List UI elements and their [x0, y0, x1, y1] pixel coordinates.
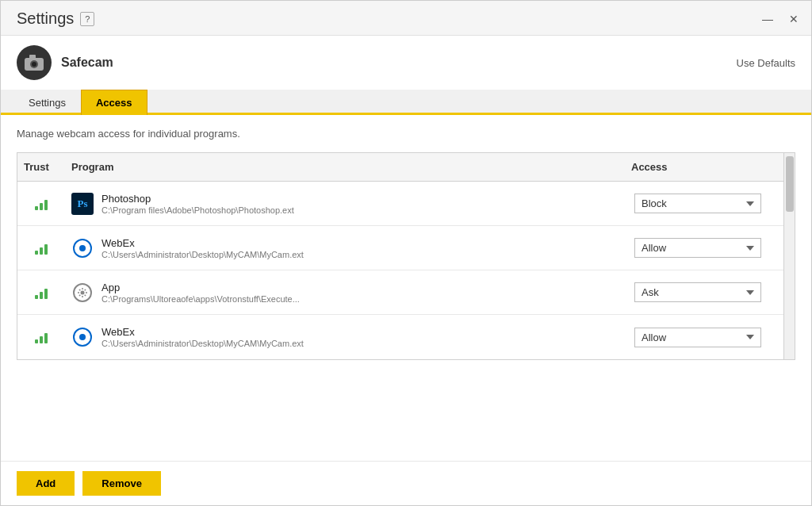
- prog-path: C:\Users\Administrator\Desktop\MyCAM\MyC…: [102, 339, 304, 348]
- cell-trust-webex2: [17, 324, 65, 350]
- prog-name: WebEx: [102, 237, 304, 249]
- scrollbar-track[interactable]: [783, 153, 795, 359]
- trust-bar-1: [35, 206, 38, 210]
- cell-program-app: App C:\Programs\Ultoreaofe\apps\Votronst…: [65, 275, 625, 310]
- prog-name: Photoshop: [102, 193, 294, 205]
- cell-access-webex2[interactable]: Block Allow Ask: [625, 321, 783, 354]
- table-body: Ps Photoshop C:\Program files\Adobe\Phot…: [17, 182, 795, 359]
- trust-bar-2: [40, 292, 43, 299]
- add-button[interactable]: Add: [17, 471, 75, 496]
- col-access: Access: [625, 158, 783, 176]
- access-select-photoshop[interactable]: Block Allow Ask: [634, 194, 761, 213]
- footer: Add Remove: [1, 461, 811, 505]
- trust-bar-2: [40, 203, 43, 210]
- trust-indicator: [35, 242, 48, 255]
- trust-bar-2: [40, 336, 43, 343]
- trust-indicator: [35, 331, 48, 343]
- remove-button[interactable]: Remove: [82, 471, 161, 496]
- titlebar-controls: — ✕: [759, 12, 802, 26]
- trust-bar-3: [44, 333, 48, 343]
- tab-settings[interactable]: Settings: [13, 90, 81, 115]
- trust-indicator: [35, 286, 48, 299]
- svg-point-4: [81, 290, 85, 294]
- trust-bar-1: [35, 251, 38, 255]
- trust-bar-3: [44, 289, 48, 299]
- cell-trust-app: [17, 280, 65, 305]
- prog-info-webex1: WebEx C:\Users\Administrator\Desktop\MyC…: [102, 237, 304, 259]
- prog-info-photoshop: Photoshop C:\Program files\Adobe\Photosh…: [102, 193, 294, 215]
- svg-point-2: [32, 62, 36, 67]
- table-row: WebEx C:\Users\Administrator\Desktop\MyC…: [17, 226, 795, 270]
- app-header: Safecam Use Defaults: [1, 36, 811, 90]
- cell-program-webex1: WebEx C:\Users\Administrator\Desktop\MyC…: [65, 231, 625, 266]
- access-select-webex1[interactable]: Block Allow Ask: [634, 238, 761, 258]
- prog-info-webex2: WebEx C:\Users\Administrator\Desktop\MyC…: [102, 326, 304, 348]
- table-row: App C:\Programs\Ultoreaofe\apps\Votronst…: [17, 270, 795, 315]
- cell-trust-webex1: [17, 236, 65, 261]
- tab-access[interactable]: Access: [81, 90, 147, 115]
- table-header: Trust Program Access: [17, 153, 795, 182]
- titlebar-left: Settings ?: [17, 10, 94, 28]
- svg-rect-3: [29, 55, 36, 59]
- camera-icon: [21, 52, 47, 74]
- trust-bar-3: [44, 200, 48, 210]
- settings-window: Settings ? — ✕ Safecam Use Defaults: [0, 0, 812, 506]
- tabs-bar: Settings Access: [1, 90, 811, 115]
- cell-program-photoshop: Ps Photoshop C:\Program files\Adobe\Phot…: [65, 186, 625, 221]
- cell-access-webex1[interactable]: Block Allow Ask: [625, 232, 783, 264]
- col-program: Program: [65, 158, 625, 176]
- app-name: Safecam: [61, 56, 113, 70]
- photoshop-icon: Ps: [71, 193, 94, 215]
- table-row: Ps Photoshop C:\Program files\Adobe\Phot…: [17, 182, 795, 226]
- cell-access-app[interactable]: Block Allow Ask: [625, 276, 783, 309]
- access-description: Manage webcam access for individual prog…: [17, 128, 795, 140]
- prog-info-app: App C:\Programs\Ultoreaofe\apps\Votronst…: [102, 282, 300, 304]
- trust-indicator: [35, 197, 48, 210]
- trust-bar-2: [40, 247, 43, 255]
- prog-path: C:\Users\Administrator\Desktop\MyCAM\MyC…: [102, 250, 304, 259]
- window-title: Settings: [17, 10, 74, 28]
- scrollbar-thumb[interactable]: [786, 156, 794, 212]
- cell-access-photoshop[interactable]: Block Allow Ask: [625, 187, 783, 220]
- close-button[interactable]: ✕: [786, 12, 802, 26]
- trust-bar-3: [44, 244, 48, 255]
- cell-trust-photoshop: [17, 191, 65, 217]
- prog-path: C:\Program files\Adobe\Photoshop\Photosh…: [102, 205, 294, 215]
- content-area: Manage webcam access for individual prog…: [1, 115, 811, 461]
- help-icon[interactable]: ?: [80, 12, 94, 26]
- trust-bar-1: [35, 295, 38, 299]
- programs-table: Trust Program Access: [17, 152, 795, 360]
- use-defaults-button[interactable]: Use Defaults: [737, 57, 795, 69]
- trust-bar-1: [35, 339, 38, 343]
- col-trust: Trust: [17, 158, 65, 176]
- app-identity: Safecam: [17, 45, 113, 80]
- titlebar: Settings ? — ✕: [1, 1, 811, 36]
- table-row: WebEx C:\Users\Administrator\Desktop\MyC…: [17, 315, 795, 359]
- cell-program-webex2: WebEx C:\Users\Administrator\Desktop\MyC…: [65, 320, 625, 355]
- prog-path: C:\Programs\Ultoreaofe\apps\Votronstuff\…: [102, 294, 300, 304]
- access-select-webex2[interactable]: Block Allow Ask: [634, 328, 761, 347]
- webex-icon-1: [71, 237, 94, 259]
- access-select-app[interactable]: Block Allow Ask: [634, 282, 761, 302]
- prog-name: WebEx: [102, 326, 304, 338]
- webex-icon-2: [71, 326, 94, 348]
- prog-name: App: [102, 282, 300, 293]
- gear-icon: [77, 287, 88, 298]
- minimize-button[interactable]: —: [759, 12, 776, 26]
- app-program-icon: [71, 282, 94, 304]
- app-icon: [17, 45, 52, 80]
